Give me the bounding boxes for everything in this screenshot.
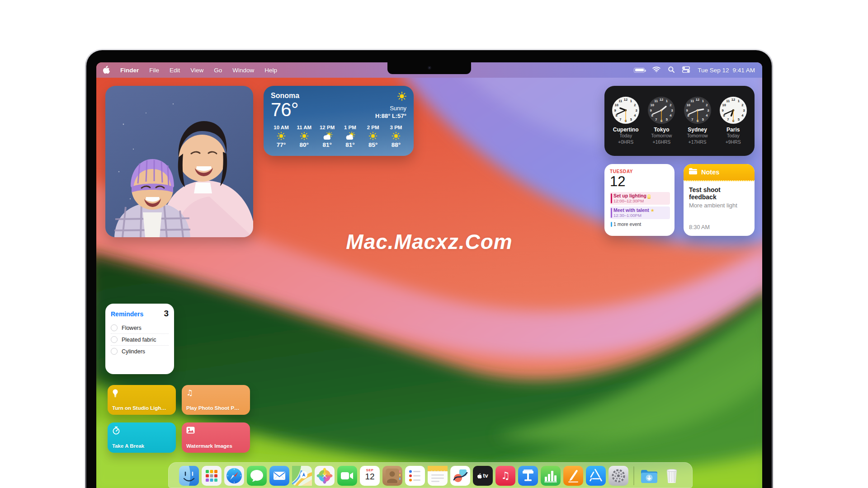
dock-appstore-icon[interactable] — [586, 466, 606, 486]
svg-text:3: 3 — [636, 108, 637, 113]
dock-contacts-icon[interactable] — [382, 466, 402, 486]
apple-menu-icon[interactable] — [103, 66, 110, 75]
sun-icon — [363, 131, 383, 141]
svg-text:1: 1 — [630, 99, 632, 103]
svg-text:2: 2 — [706, 103, 708, 107]
dock-settings-icon[interactable] — [609, 466, 628, 486]
svg-text:9: 9 — [650, 108, 652, 113]
city-name: Paris — [716, 127, 750, 133]
dock-music-icon[interactable]: ♫ — [495, 466, 515, 486]
dock-notes-icon[interactable] — [428, 466, 448, 486]
svg-text:10: 10 — [651, 103, 654, 107]
reminder-checkbox[interactable] — [111, 324, 118, 331]
shortcut-take-a-break[interactable]: Take A Break — [108, 422, 176, 453]
shortcut-studio-light[interactable]: Turn on Studio Ligh… — [108, 385, 176, 415]
svg-text:12: 12 — [660, 98, 663, 102]
calendar-event[interactable]: Meet with talent ★ 12:30–1:00PM — [610, 206, 670, 219]
weather-widget[interactable]: Sonoma 76° — [264, 86, 414, 156]
menu-item-go[interactable]: Go — [214, 67, 222, 74]
dock-finder-icon[interactable] — [179, 466, 199, 486]
weather-hourly-forecast: 10 AM 77° 11 AM 80° 12 PM 81° 1 PM — [271, 125, 406, 148]
shortcut-play-playlist[interactable]: ♫ Play Photo Shoot P… — [182, 385, 250, 415]
battery-icon[interactable] — [634, 68, 645, 73]
svg-text:7: 7 — [656, 117, 657, 122]
dock-calendar-icon[interactable]: SEP 12 — [360, 466, 380, 486]
dock-photos-icon[interactable] — [315, 466, 335, 486]
reminder-label: Cylinders — [122, 348, 145, 355]
svg-text:1: 1 — [702, 99, 703, 103]
svg-text:12: 12 — [731, 98, 735, 102]
reminders-count-badge: 3 — [164, 309, 169, 319]
reminders-widget[interactable]: Reminders 3 Flowers Pleated fabric Cylin… — [105, 304, 174, 374]
menu-app-name[interactable]: Finder — [120, 67, 139, 74]
dock-trash-icon[interactable] — [662, 466, 682, 486]
menu-bar-clock[interactable]: Tue Sep 12 9:41 AM — [698, 67, 755, 74]
clock-city-cupertino: 123456789101112 Cupertino Today +0HRS — [609, 96, 643, 145]
menu-item-window[interactable]: Window — [232, 67, 254, 74]
control-center-icon[interactable] — [682, 66, 690, 74]
svg-text:3: 3 — [743, 108, 745, 113]
city-offset: +0HRS — [609, 139, 643, 145]
dock-facetime-icon[interactable] — [337, 466, 357, 486]
hour-temp: 77° — [277, 141, 286, 148]
spotlight-search-icon[interactable] — [668, 66, 675, 74]
hour-label: 12 PM — [320, 125, 335, 130]
hour-label: 10 AM — [274, 125, 288, 130]
menu-item-edit[interactable]: Edit — [170, 67, 180, 74]
photo-mother-and-child — [105, 86, 253, 237]
calendar-more-events[interactable]: 1 more event — [610, 221, 670, 227]
shortcut-watermark-images[interactable]: Watermark Images — [182, 422, 250, 453]
dock-freeform-icon[interactable] — [450, 466, 470, 486]
notes-widget[interactable]: Notes Test shoot feedback More ambient l… — [684, 164, 755, 236]
calendar-event[interactable]: Set up lighting 12:00–12:30PM — [610, 192, 670, 205]
reminder-item[interactable]: Flowers — [111, 322, 169, 333]
music-note-glyph: ♫ — [495, 466, 515, 486]
weather-header: Sonoma 76° — [271, 92, 406, 120]
dock-appletv-icon[interactable]: tv — [473, 466, 493, 486]
dock-numbers-icon[interactable] — [541, 466, 561, 486]
menu-item-view[interactable]: View — [190, 67, 203, 74]
dock: SEP 12 tv — [168, 462, 693, 488]
svg-text:7: 7 — [727, 117, 729, 122]
weather-high-low: H:88° L:57° — [375, 112, 406, 120]
wifi-icon[interactable] — [652, 66, 660, 74]
lightbulb-icon — [112, 389, 171, 399]
analog-clock: 123456789101112 — [647, 96, 675, 124]
notes-app-label: Notes — [701, 169, 719, 176]
svg-text:2: 2 — [670, 103, 672, 107]
dock-messages-icon[interactable] — [247, 466, 267, 486]
sun-icon — [294, 131, 315, 141]
svg-text:5: 5 — [630, 117, 632, 122]
calendar-widget[interactable]: TUESDAY 12 Set up lighting 12:00–12:30PM… — [604, 164, 675, 236]
svg-text:5: 5 — [702, 117, 703, 122]
dock-launchpad-icon[interactable] — [202, 466, 222, 486]
reminder-checkbox[interactable] — [111, 348, 118, 355]
dock-downloads-folder-icon[interactable] — [639, 466, 659, 486]
shortcut-label: Watermark Images — [186, 443, 245, 449]
hour-temp: 88° — [392, 141, 401, 148]
photos-widget[interactable] — [105, 86, 253, 237]
folder-icon — [689, 168, 697, 176]
menu-item-file[interactable]: File — [149, 67, 159, 74]
svg-text:3: 3 — [671, 108, 673, 113]
reminder-item[interactable]: Cylinders — [111, 345, 169, 357]
event-time: 12:30–1:00PM — [613, 213, 668, 218]
menu-bar-left: Finder File Edit View Go Window Help — [96, 66, 277, 75]
menu-bar-status: Tue Sep 12 9:41 AM — [634, 66, 762, 74]
reminder-item[interactable]: Pleated fabric — [111, 333, 169, 345]
dock-mail-icon[interactable] — [269, 466, 289, 486]
svg-text:5: 5 — [666, 117, 668, 122]
dock-keynote-icon[interactable] — [518, 466, 538, 486]
dock-maps-icon[interactable] — [292, 466, 312, 486]
svg-text:12: 12 — [624, 98, 627, 102]
svg-text:9: 9 — [722, 108, 723, 113]
weather-condition: Sunny — [375, 104, 406, 113]
dock-pages-icon[interactable] — [563, 466, 583, 486]
world-clock-widget[interactable]: 123456789101112 Cupertino Today +0HRS 12… — [604, 86, 755, 156]
dock-reminders-icon[interactable] — [405, 466, 425, 486]
svg-text:2: 2 — [634, 103, 636, 107]
desktop-screen: Finder File Edit View Go Window Help — [96, 62, 762, 488]
reminder-checkbox[interactable] — [111, 336, 118, 343]
menu-item-help[interactable]: Help — [264, 67, 277, 74]
dock-safari-icon[interactable] — [224, 466, 244, 486]
